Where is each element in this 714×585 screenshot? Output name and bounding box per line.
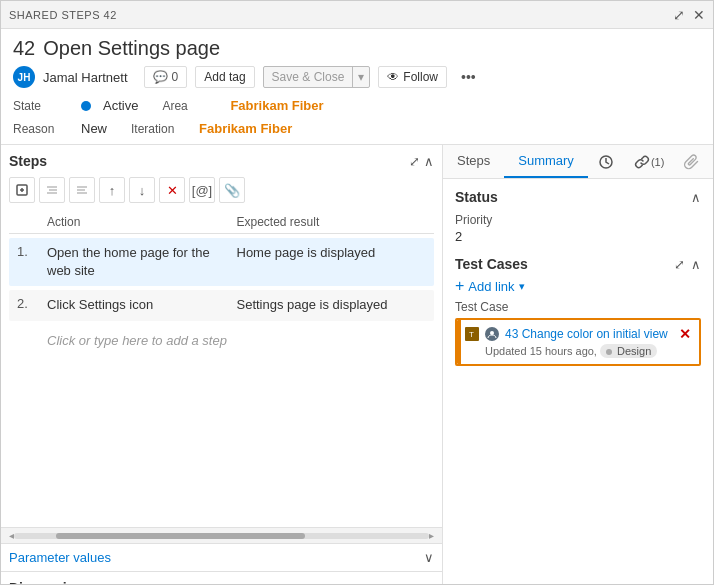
test-cases-section: Test Cases ⤢ + Add link ▾ Test Case [455, 256, 701, 366]
add-link-icon: + [455, 278, 464, 294]
outdent-btn[interactable] [69, 177, 95, 203]
tab-steps[interactable]: Steps [443, 145, 504, 178]
title-bar-controls: ⤢ ✕ [673, 7, 705, 23]
add-step-hint[interactable]: Click or type here to add a step [9, 325, 434, 356]
state-label: State [13, 99, 73, 113]
tab-links[interactable]: (1) [624, 145, 674, 178]
svg-point-12 [490, 331, 494, 335]
tc-tag: Design [600, 344, 657, 358]
add-link-label: Add link [468, 279, 514, 294]
insert-step-btn[interactable] [9, 177, 35, 203]
follow-label: Follow [403, 70, 438, 84]
indent-btn[interactable] [39, 177, 65, 203]
state-item: State Active [13, 98, 138, 113]
insert-shared-btn[interactable]: [@] [189, 177, 215, 203]
test-case-row1: T 43 Change color on initial view ✕ [465, 326, 691, 342]
comment-count: 0 [172, 70, 179, 84]
table-row[interactable]: 1. Open the home page for the web site H… [9, 238, 434, 286]
discussion-controls: ⤢ [405, 581, 434, 586]
step-action[interactable]: Open the home page for the web site [47, 244, 237, 280]
tab-summary[interactable]: Summary [504, 145, 588, 178]
step-action[interactable]: Click Settings icon [47, 296, 237, 314]
comment-icon: 💬 [153, 70, 168, 84]
scrollbar-track[interactable] [14, 533, 429, 539]
test-case-accent-bar [457, 320, 461, 364]
step-result[interactable]: Home page is displayed [237, 244, 427, 262]
parameter-values-row[interactable]: Parameter values [1, 543, 442, 571]
work-item-name: Open Settings page [43, 37, 220, 60]
right-tabs: Steps Summary (1) [443, 145, 713, 179]
tab-history[interactable] [588, 145, 624, 178]
scroll-right-icon[interactable]: ▸ [429, 530, 434, 541]
status-title: Status [455, 189, 498, 205]
tc-type-icon: T [465, 327, 479, 341]
step-number: 1. [17, 244, 47, 259]
right-panel: Steps Summary (1) Status Priority 2 [443, 145, 713, 585]
save-close-button: Save & Close ▾ [263, 66, 371, 88]
tab-attachment[interactable] [674, 145, 710, 178]
steps-toolbar: ↑ ↓ ✕ [@] 📎 [9, 177, 434, 203]
test-case-item: T 43 Change color on initial view ✕ Upda… [455, 318, 701, 366]
save-close-label[interactable]: Save & Close [264, 67, 353, 87]
left-panel-inner: Steps ⤢ ∧ ↑ ↓ ✕ [@] [1, 145, 443, 585]
move-up-btn[interactable]: ↑ [99, 177, 125, 203]
test-cases-expand-icon[interactable]: ⤢ [674, 257, 685, 272]
expand-icon[interactable]: ⤢ [673, 7, 685, 23]
more-button[interactable]: ••• [455, 66, 482, 88]
priority-value: 2 [455, 229, 701, 244]
status-section-header: Status [455, 189, 701, 205]
status-collapse-icon[interactable] [691, 190, 701, 205]
add-tag-button[interactable]: Add tag [195, 66, 254, 88]
tc-meta: Updated 15 hours ago, Design [465, 344, 691, 358]
iteration-label: Iteration [131, 122, 191, 136]
test-cases-collapse-icon[interactable] [691, 257, 701, 272]
add-link-chevron: ▾ [519, 280, 525, 293]
work-item-id: 42 [13, 37, 35, 60]
svg-text:T: T [469, 330, 474, 339]
reason-value[interactable]: New [81, 121, 107, 136]
move-down-btn[interactable]: ↓ [129, 177, 155, 203]
discussion-section: Discussion ⤢ [1, 571, 442, 585]
delete-btn[interactable]: ✕ [159, 177, 185, 203]
tc-title[interactable]: 43 Change color on initial view [505, 327, 673, 341]
state-value[interactable]: Active [103, 98, 138, 113]
col-num [17, 215, 47, 229]
param-values-chevron[interactable] [424, 550, 434, 565]
test-cases-header: Test Cases ⤢ [455, 256, 701, 272]
table-row[interactable]: 2. Click Settings icon Settings page is … [9, 290, 434, 320]
area-item: Area Fabrikam Fiber [162, 98, 323, 113]
parameter-values-label: Parameter values [9, 550, 111, 565]
comment-button[interactable]: 💬 0 [144, 66, 188, 88]
right-content: Status Priority 2 Test Cases ⤢ + Add lin… [443, 179, 713, 585]
step-result[interactable]: Settings page is displayed [237, 296, 427, 314]
reason-label: Reason [13, 122, 73, 136]
reason-item: Reason New [13, 121, 107, 136]
area-value[interactable]: Fabrikam Fiber [230, 98, 323, 113]
work-item-title: 42 Open Settings page [13, 37, 701, 60]
tc-remove-button[interactable]: ✕ [679, 326, 691, 342]
steps-expand-icon[interactable]: ⤢ ∧ [409, 154, 434, 169]
iteration-value[interactable]: Fabrikam Fiber [199, 121, 292, 136]
discussion-expand-icon[interactable]: ⤢ [405, 581, 416, 586]
save-close-dropdown[interactable]: ▾ [352, 67, 369, 87]
priority-label: Priority [455, 213, 701, 227]
meta-row: State Active Area Fabrikam Fiber [13, 94, 701, 117]
steps-columns: Action Expected result [9, 211, 434, 234]
iteration-item: Iteration Fabrikam Fiber [131, 121, 292, 136]
left-panel: Steps ⤢ ∧ ↑ ↓ ✕ [@] [1, 145, 443, 585]
discussion-collapse-icon[interactable] [424, 581, 434, 586]
attachment-btn[interactable]: 📎 [219, 177, 245, 203]
title-bar: SHARED STEPS 42 ⤢ ✕ [1, 1, 713, 29]
title-bar-label: SHARED STEPS 42 [9, 9, 117, 21]
follow-button[interactable]: 👁 Follow [378, 66, 447, 88]
close-icon[interactable]: ✕ [693, 7, 705, 23]
steps-header: Steps ⤢ ∧ [9, 153, 434, 169]
tc-person-icon [485, 327, 499, 341]
add-link-button[interactable]: + Add link ▾ [455, 278, 701, 294]
discussion-title: Discussion [9, 580, 84, 585]
meta-row2: Reason New Iteration Fabrikam Fiber [13, 117, 701, 140]
assigned-to[interactable]: Jamal Hartnett [43, 70, 128, 85]
state-dot [81, 101, 91, 111]
steps-panel: Steps ⤢ ∧ ↑ ↓ ✕ [@] [1, 145, 442, 527]
step-number: 2. [17, 296, 47, 311]
